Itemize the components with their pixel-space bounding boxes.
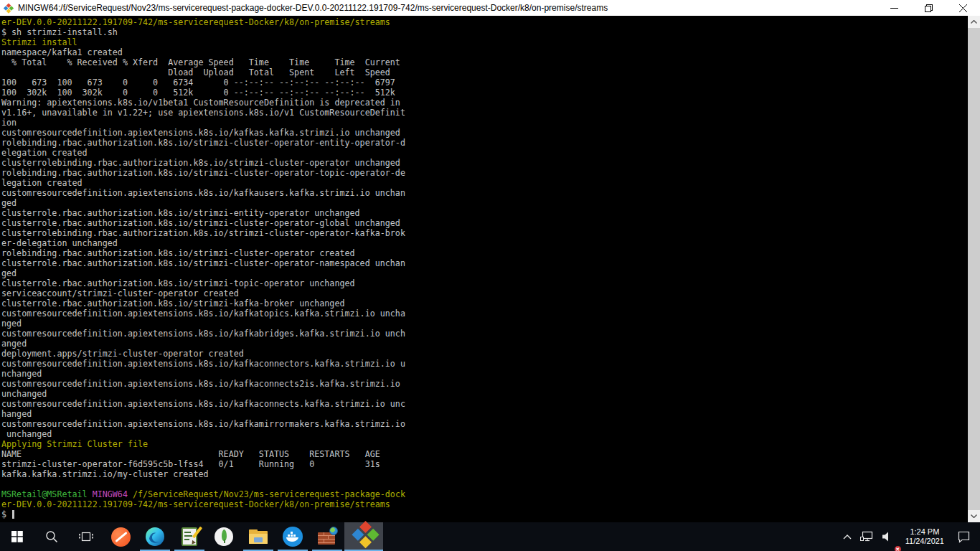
- terminal-line: er-DEV.0.0-20211122.191709-742/ms-servic…: [1, 499, 968, 509]
- terminal-line: Strimzi install: [1, 37, 968, 47]
- terminal-line: v1.16+, unavailable in v1.22+; use apiex…: [1, 108, 968, 118]
- firewall-icon: [318, 529, 336, 545]
- task-view-icon: [79, 531, 93, 542]
- git-bash-window-icon: [4, 3, 14, 13]
- terminal-line: namespace/kafka1 created: [1, 47, 968, 57]
- terminal-line: nchanged: [1, 369, 968, 379]
- terminal-output: er-DEV.0.0-20211122.191709-742/ms-servic…: [1, 17, 968, 522]
- terminal-line: customresourcedefinition.apiextensions.k…: [1, 379, 968, 389]
- terminal-line: ion: [1, 118, 968, 128]
- terminal-line: legation created: [1, 178, 968, 188]
- terminal-line: rolebinding.rbac.authorization.k8s.io/st…: [1, 168, 968, 178]
- terminal-line: anged: [1, 339, 968, 349]
- window-title: MINGW64:/f/ServiceRequest/Nov23/ms-servi…: [18, 3, 877, 13]
- postman-icon: [111, 527, 131, 547]
- terminal-line: clusterrolebinding.rbac.authorization.k8…: [1, 228, 968, 238]
- docker-icon: [283, 527, 303, 547]
- tray-volume-button[interactable]: ✕: [877, 522, 898, 551]
- terminal-line: er-DEV.0.0-20211122.191709-742/ms-servic…: [1, 17, 968, 27]
- terminal-window[interactable]: er-DEV.0.0-20211122.191709-742/ms-servic…: [0, 16, 980, 522]
- terminal-line: 100 302k 100 302k 0 0 512k 0 --:--:-- --…: [1, 88, 968, 98]
- terminal-line: Dload Upload Total Spent Left Speed: [1, 67, 968, 77]
- terminal-cursor: [12, 510, 14, 519]
- taskbar-edge-button[interactable]: [138, 522, 172, 551]
- edge-icon: [145, 527, 165, 547]
- start-button[interactable]: [0, 522, 34, 551]
- taskbar-git-bash-button[interactable]: [344, 522, 383, 551]
- taskbar-search-button[interactable]: [34, 522, 69, 551]
- chevron-up-icon: [843, 534, 852, 540]
- minimize-button[interactable]: [877, 0, 911, 16]
- taskbar-file-explorer-button[interactable]: [241, 522, 275, 551]
- terminal-line: serviceaccount/strimzi-cluster-operator …: [1, 288, 968, 298]
- terminal-line: customresourcedefinition.apiextensions.k…: [1, 399, 968, 409]
- system-tray: ✕ 1:24 PM 11/24/2021: [838, 522, 980, 551]
- terminal-line: [1, 479, 968, 489]
- mongodb-icon: [215, 527, 233, 546]
- terminal-line: unchanged: [1, 389, 968, 399]
- notepad-plus-plus-icon: [182, 527, 197, 546]
- task-view-button[interactable]: [69, 522, 103, 551]
- scrollbar-thumb[interactable]: [968, 28, 980, 510]
- taskbar-mongodb-button[interactable]: [207, 522, 241, 551]
- window-controls: [877, 0, 980, 16]
- window-titlebar[interactable]: MINGW64:/f/ServiceRequest/Nov23/ms-servi…: [0, 0, 980, 16]
- terminal-line: rolebinding.rbac.authorization.k8s.io/st…: [1, 138, 968, 148]
- terminal-line: NAME READY STATUS RESTARTS AGE: [1, 449, 968, 459]
- action-center-icon: [957, 531, 971, 543]
- terminal-line: unchanged: [1, 429, 968, 439]
- tray-network-button[interactable]: [857, 522, 877, 551]
- tray-time: 1:24 PM: [910, 527, 939, 537]
- restore-button[interactable]: [911, 0, 946, 16]
- action-center-button[interactable]: [951, 522, 976, 551]
- terminal-line: $: [1, 509, 968, 519]
- taskbar-postman-button[interactable]: [103, 522, 138, 551]
- terminal-line: nged: [1, 319, 968, 329]
- terminal-line: 100 673 100 673 0 0 6734 0 --:--:-- --:-…: [1, 77, 968, 88]
- terminal-line: clusterrole.rbac.authorization.k8s.io/st…: [1, 278, 968, 288]
- terminal-line: er-delegation unchanged: [1, 238, 968, 248]
- terminal-line: customresourcedefinition.apiextensions.k…: [1, 188, 968, 198]
- terminal-scrollbar[interactable]: [968, 16, 980, 522]
- chevron-down-icon: [971, 514, 977, 518]
- terminal-line: customresourcedefinition.apiextensions.k…: [1, 128, 968, 138]
- terminal-line: clusterrolebinding.rbac.authorization.k8…: [1, 158, 968, 168]
- terminal-line: clusterrole.rbac.authorization.k8s.io/st…: [1, 298, 968, 309]
- tray-show-hidden-icons-button[interactable]: [838, 522, 857, 551]
- terminal-line: elegation created: [1, 148, 968, 158]
- terminal-line: kafka.kafka.strimzi.io/my-cluster create…: [1, 469, 968, 479]
- ethernet-network-icon: [860, 531, 873, 542]
- terminal-line: customresourcedefinition.apiextensions.k…: [1, 309, 968, 319]
- terminal-line: Applying Strimzi Cluster file: [1, 439, 968, 449]
- taskbar-docker-button[interactable]: [275, 522, 310, 551]
- git-bash-icon: [354, 527, 374, 547]
- terminal-line: hanged: [1, 409, 968, 419]
- mute-badge-icon: ✕: [895, 546, 901, 551]
- terminal-line: clusterrole.rbac.authorization.k8s.io/st…: [1, 258, 968, 268]
- terminal-line: strimzi-cluster-operator-f6d595c5b-lfss4…: [1, 459, 968, 469]
- terminal-line: MSRetail@MSRetail MINGW64 /f/ServiceRequ…: [1, 489, 968, 499]
- terminal-line: customresourcedefinition.apiextensions.k…: [1, 329, 968, 339]
- tray-clock[interactable]: 1:24 PM 11/24/2021: [898, 522, 951, 551]
- taskbar: ✕ 1:24 PM 11/24/2021: [0, 522, 980, 551]
- terminal-line: customresourcedefinition.apiextensions.k…: [1, 359, 968, 369]
- terminal-line: Warning: apiextensions.k8s.io/v1beta1 Cu…: [1, 98, 968, 108]
- volume-muted-icon: [882, 531, 893, 542]
- terminal-line: deployment.apps/strimzi-cluster-operator…: [1, 349, 968, 359]
- tray-date: 11/24/2021: [905, 537, 944, 546]
- minimize-icon: [890, 4, 898, 12]
- chevron-up-icon: [971, 20, 977, 24]
- terminal-line: clusterrole.rbac.authorization.k8s.io/st…: [1, 218, 968, 228]
- scrollbar-up-button[interactable]: [968, 16, 980, 28]
- close-icon: [959, 4, 967, 12]
- terminal-line: customresourcedefinition.apiextensions.k…: [1, 419, 968, 429]
- file-explorer-icon: [249, 529, 268, 544]
- terminal-line: $ sh strimzi-install.sh: [1, 27, 968, 37]
- terminal-line: ged: [1, 268, 968, 278]
- close-button[interactable]: [946, 0, 980, 16]
- taskbar-firewall-button[interactable]: [310, 522, 344, 551]
- terminal-line: % Total % Received % Xferd Average Speed…: [1, 57, 968, 67]
- scrollbar-down-button[interactable]: [968, 510, 980, 522]
- restore-icon: [925, 4, 933, 12]
- taskbar-notepad-plus-plus-button[interactable]: [172, 522, 207, 551]
